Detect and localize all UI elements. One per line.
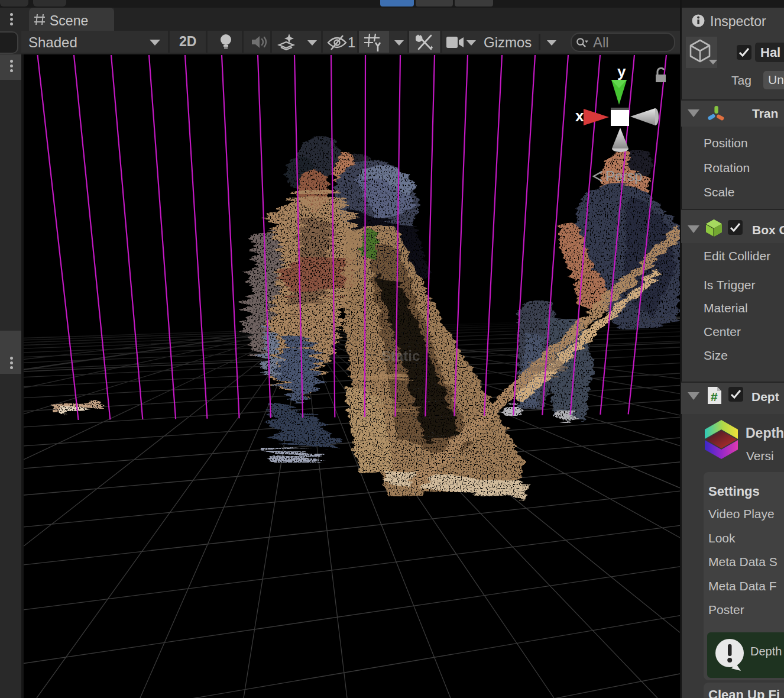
svg-text:#: # [711, 390, 718, 403]
svg-text:Static: Static [381, 348, 420, 364]
svg-text:x: x [575, 107, 584, 125]
svg-text:Persp: Persp [605, 168, 643, 184]
svg-text:y: y [617, 63, 626, 80]
